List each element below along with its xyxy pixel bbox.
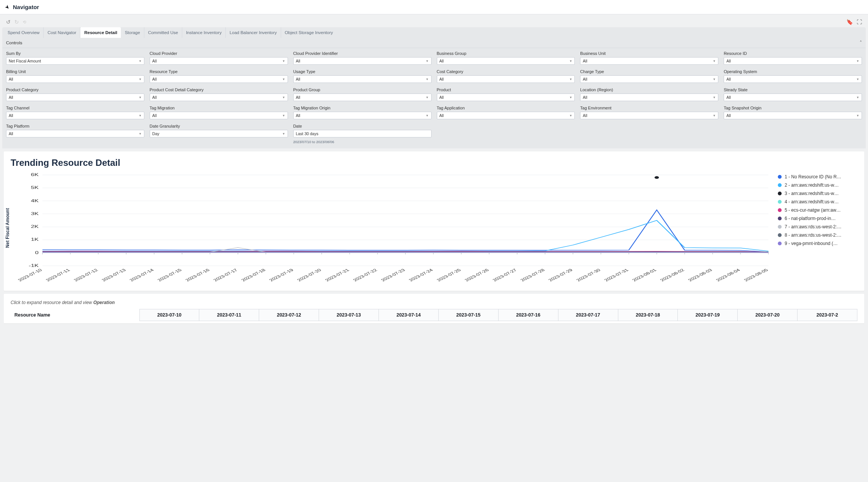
column-date[interactable]: 2023-07-17 (558, 309, 618, 321)
tab-load-balancer-inventory[interactable]: Load Balancer Inventory (226, 27, 281, 38)
column-date[interactable]: 2023-07-15 (438, 309, 498, 321)
filter-select[interactable]: All▼ (150, 112, 288, 119)
filter-select[interactable]: All▼ (724, 94, 862, 101)
filter-charge-type: Charge TypeAll▼ (580, 69, 718, 83)
legend-item[interactable]: 2 - arn:aws:redshift:us-w… (778, 181, 857, 189)
filter-select[interactable]: All▼ (293, 94, 432, 101)
tab-spend-overview[interactable]: Spend Overview (4, 27, 44, 38)
chevron-up-icon[interactable]: ˄ (860, 40, 862, 45)
column-date[interactable]: 2023-07-2 (798, 309, 857, 321)
legend-item[interactable]: 7 - arn:aws:rds:us-west-2:… (778, 223, 857, 231)
tab-instance-inventory[interactable]: Instance Inventory (182, 27, 226, 38)
column-date[interactable]: 2023-07-12 (259, 309, 319, 321)
legend-item[interactable]: 1 - No Resource ID (No R… (778, 173, 857, 181)
undo-icon[interactable]: ↺ (6, 19, 11, 25)
svg-text:2023-07-13: 2023-07-13 (100, 268, 127, 282)
filter-select[interactable]: Day▼ (150, 130, 288, 137)
filter-select[interactable]: All▼ (150, 94, 288, 101)
chevron-down-icon: ▼ (282, 114, 285, 117)
chevron-down-icon: ▼ (139, 96, 142, 99)
filter-select[interactable]: All▼ (437, 75, 575, 83)
filter-input[interactable]: Last 30 days (293, 130, 432, 137)
filter-select[interactable]: All▼ (6, 112, 144, 119)
fullscreen-icon[interactable]: ⛶ (857, 19, 862, 25)
column-date[interactable]: 2023-07-19 (678, 309, 738, 321)
filter-select[interactable]: Net Fiscal Amount▼ (6, 57, 144, 65)
legend-item[interactable]: 3 - arn:aws:redshift:us-w… (778, 189, 857, 198)
filter-select[interactable]: All▼ (437, 57, 575, 65)
svg-text:2023-07-20: 2023-07-20 (296, 268, 322, 282)
column-date[interactable]: 2023-07-18 (618, 309, 678, 321)
filter-select[interactable]: All▼ (293, 112, 432, 119)
tab-storage[interactable]: Storage (121, 27, 144, 38)
filter-value: Net Fiscal Amount (9, 59, 41, 63)
legend-label: 4 - arn:aws:redshift:us-w… (785, 199, 839, 204)
filter-select[interactable]: All▼ (437, 112, 575, 119)
filter-value: Last 30 days (296, 131, 319, 136)
column-date[interactable]: 2023-07-20 (738, 309, 798, 321)
filter-select[interactable]: All▼ (580, 57, 718, 65)
chevron-down-icon: ▼ (282, 96, 285, 99)
chevron-down-icon: ▼ (139, 114, 142, 117)
filter-resource-id: Resource IDAll▼ (724, 51, 862, 65)
filter-select[interactable]: All▼ (437, 94, 575, 101)
filter-select[interactable]: All▼ (293, 75, 432, 83)
tab-resource-detail[interactable]: Resource Detail (80, 27, 121, 38)
column-date[interactable]: 2023-07-11 (199, 309, 259, 321)
filter-select[interactable]: All▼ (150, 75, 288, 83)
filter-select[interactable]: All▼ (580, 94, 718, 101)
column-date[interactable]: 2023-07-13 (319, 309, 379, 321)
legend-item[interactable]: 8 - arn:aws:rds:us-west-2:… (778, 231, 857, 239)
redo-icon[interactable]: ↻ (14, 19, 19, 25)
filter-select[interactable]: All▼ (580, 112, 718, 119)
column-date[interactable]: 2023-07-16 (498, 309, 558, 321)
filter-select[interactable]: All▼ (6, 130, 144, 137)
card-title: Trending Resource Detail (11, 158, 857, 168)
tab-object-storage-inventory[interactable]: Object Storage Inventory (281, 27, 337, 38)
bookmark-icon[interactable]: 🔖 (846, 19, 853, 25)
filter-value: All (439, 113, 444, 118)
legend-label: 3 - arn:aws:redshift:us-w… (785, 191, 839, 196)
legend-swatch (778, 233, 782, 237)
filter-value: All (9, 77, 13, 81)
chevron-down-icon: ▼ (713, 59, 716, 63)
filter-select[interactable]: All▼ (580, 75, 718, 83)
filter-tag-platform: Tag PlatformAll▼ (6, 124, 144, 144)
chevron-down-icon: ▼ (569, 96, 572, 99)
legend-item[interactable]: 5 - ecs-cur-natgw (arn:aw… (778, 206, 857, 214)
filter-select[interactable]: All▼ (6, 94, 144, 101)
tab-committed-use[interactable]: Committed Use (144, 27, 182, 38)
toolbar: ↺ ↻ ⟲ 🔖 ⛶ (2, 18, 866, 27)
svg-text:2023-07-11: 2023-07-11 (45, 268, 71, 282)
legend-item[interactable]: 6 - nat-platform-prod-in… (778, 214, 857, 223)
filter-select[interactable]: All▼ (724, 112, 862, 119)
column-resource-name[interactable]: Resource Name (11, 309, 139, 321)
tabs: Spend OverviewCost NavigatorResource Det… (2, 27, 866, 38)
filter-label: Cloud Provider Identifier (293, 51, 432, 56)
legend-item[interactable]: 9 - vega-pmnt-inbound (… (778, 239, 857, 248)
reset-icon[interactable]: ⟲ (23, 20, 26, 25)
filter-value: All (726, 59, 731, 63)
svg-text:2023-07-22: 2023-07-22 (352, 268, 378, 282)
filter-date-granularity: Date GranularityDay▼ (150, 124, 288, 144)
resource-table-card: Click to expand resource detail and view… (4, 294, 864, 323)
tab-cost-navigator[interactable]: Cost Navigator (44, 27, 80, 38)
chevron-down-icon: ▼ (426, 96, 429, 99)
filter-resource-type: Resource TypeAll▼ (150, 69, 288, 83)
controls-bar[interactable]: Controls ˄ (2, 38, 866, 48)
filter-select[interactable]: All▼ (293, 57, 432, 65)
chart-plot[interactable]: Net Fiscal Amount -1K01K2K3K4K5K6K2023-0… (11, 171, 775, 285)
filter-select[interactable]: All▼ (150, 57, 288, 65)
legend-item[interactable]: 4 - arn:aws:redshift:us-w… (778, 198, 857, 206)
filter-select[interactable]: All▼ (724, 75, 862, 83)
svg-text:2023-07-31: 2023-07-31 (603, 268, 630, 282)
column-date[interactable]: 2023-07-10 (139, 309, 199, 321)
filter-value: All (152, 95, 157, 100)
filter-select[interactable]: All▼ (6, 75, 144, 83)
svg-text:2023-07-29: 2023-07-29 (547, 268, 574, 282)
legend-swatch (778, 242, 782, 245)
svg-text:2023-07-12: 2023-07-12 (73, 268, 99, 282)
column-date[interactable]: 2023-07-14 (379, 309, 439, 321)
filter-select[interactable]: All▼ (724, 57, 862, 65)
svg-text:4K: 4K (31, 198, 39, 203)
